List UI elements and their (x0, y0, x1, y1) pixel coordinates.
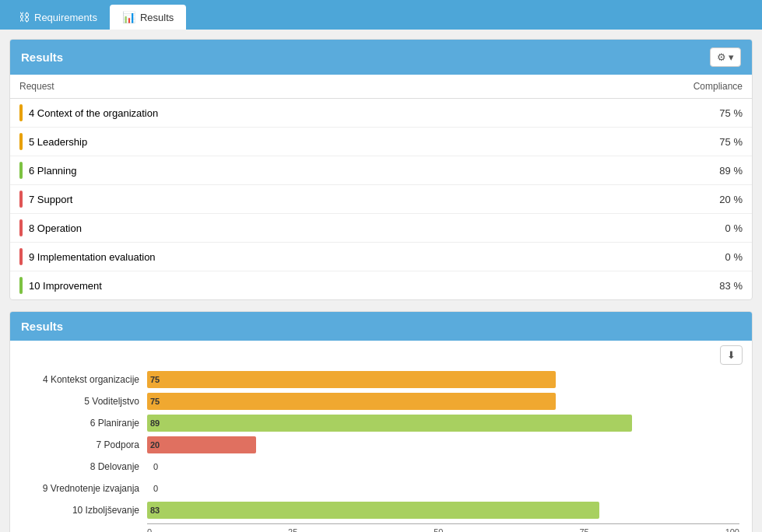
chart-bar-row: 9 Vrednotenje izvajanja 0 (23, 480, 739, 497)
row-label-cell: 9 Implementation evaluation (10, 243, 528, 271)
bottom-results-card: Results ⬇ 4 Kontekst organizacije 75 5 V… (9, 311, 753, 532)
chart-bar-label: 6 Planiranje (23, 418, 147, 429)
bar-zero: 0 (147, 480, 739, 497)
bar-fill (147, 480, 150, 497)
row-label-text: 5 Leadership (29, 136, 87, 148)
chart-bar-label: 9 Vrednotenje izvajanja (23, 483, 147, 494)
row-compliance-value: 20 % (528, 185, 752, 214)
results-icon: 📊 (122, 11, 135, 23)
row-label-cell: 4 Context of the organization (10, 99, 528, 128)
chart-bar-area: 75 (147, 371, 739, 388)
row-label-text: 4 Context of the organization (29, 107, 158, 119)
tab-requirements-label: Requirements (34, 12, 97, 23)
bar-fill: 75 (147, 393, 556, 410)
main-content: Results ⚙ ▾ Request Compliance 4 Co (0, 30, 762, 532)
download-icon: ⬇ (727, 349, 736, 361)
bar-fill (147, 458, 150, 475)
row-color-indicator (19, 162, 23, 179)
bottom-card-header: Results (10, 312, 752, 341)
row-compliance-value: 75 % (528, 128, 752, 156)
table-row[interactable]: 6 Planning 89 % (10, 156, 752, 185)
settings-button[interactable]: ⚙ ▾ (710, 47, 741, 67)
row-label-text: 7 Support (29, 194, 72, 205)
row-compliance-value: 0 % (528, 214, 752, 243)
bottom-card-title: Results (21, 320, 63, 333)
chart-bar-area: 83 (147, 502, 739, 519)
chart-bar-row: 8 Delovanje 0 (23, 458, 739, 475)
top-card-header: Results ⚙ ▾ (10, 40, 752, 75)
row-label-cell: 8 Operation (10, 214, 528, 243)
chart-bar-row: 6 Planiranje 89 (23, 415, 739, 432)
tabs-bar: ⛓ Requirements 📊 Results (0, 0, 762, 30)
row-color-indicator (19, 219, 23, 236)
table-row[interactable]: 9 Implementation evaluation 0 % (10, 243, 752, 271)
row-label-text: 6 Planning (29, 165, 76, 177)
row-color-indicator (19, 104, 23, 121)
bar-fill: 83 (147, 502, 599, 519)
top-card-title: Results (21, 51, 63, 64)
bar-value-label: 20 (150, 440, 160, 450)
bar-value-label: 0 (153, 462, 158, 471)
bar-value-label: 0 (153, 484, 158, 493)
row-color-indicator (19, 133, 23, 150)
chart-bar-area: 0 (147, 480, 739, 497)
chart-bar-row: 4 Kontekst organizacije 75 (23, 371, 739, 388)
row-compliance-value: 89 % (528, 156, 752, 185)
row-label-cell: 6 Planning (10, 156, 528, 185)
tab-results[interactable]: 📊 Results (110, 5, 186, 30)
row-compliance-value: 0 % (528, 243, 752, 271)
bar-value-label: 75 (150, 375, 160, 384)
table-row[interactable]: 5 Leadership 75 % (10, 128, 752, 156)
bar-fill: 89 (147, 415, 632, 432)
row-label-cell: 10 Improvement (10, 271, 528, 300)
chart-bar-label: 8 Delovanje (23, 461, 147, 472)
tab-results-label: Results (140, 12, 174, 23)
chart-bar-area: 20 (147, 436, 739, 453)
top-results-card: Results ⚙ ▾ Request Compliance 4 Co (9, 39, 753, 300)
row-color-indicator (19, 191, 23, 208)
row-compliance-value: 83 % (528, 271, 752, 300)
chart-container: 4 Kontekst organizacije 75 5 Voditeljstv… (10, 365, 752, 532)
chart-bar-row: 10 Izboljševanje 83 (23, 502, 739, 519)
chart-bar-area: 75 (147, 393, 739, 410)
dropdown-arrow-icon: ▾ (729, 51, 734, 63)
row-label-cell: 5 Leadership (10, 128, 528, 156)
axis-label-25: 25 (288, 527, 297, 532)
chart-download-row: ⬇ (10, 341, 752, 365)
download-button[interactable]: ⬇ (720, 345, 743, 365)
table-row[interactable]: 4 Context of the organization 75 % (10, 99, 752, 128)
axis-label-75: 75 (579, 527, 588, 532)
table-row[interactable]: 7 Support 20 % (10, 185, 752, 214)
axis-label-0: 0 (147, 527, 152, 532)
row-color-indicator (19, 277, 23, 294)
chart-bar-label: 7 Podpora (23, 439, 147, 450)
card-toolbar: ⚙ ▾ (710, 47, 741, 67)
bar-value-label: 83 (150, 506, 160, 515)
chart-axis: 0 25 50 75 100 (147, 523, 739, 532)
chart-bar-area: 89 (147, 415, 739, 432)
chart-bar-row: 5 Voditeljstvo 75 (23, 393, 739, 410)
table-row[interactable]: 8 Operation 0 % (10, 214, 752, 243)
row-label-cell: 7 Support (10, 185, 528, 214)
bar-zero: 0 (147, 458, 739, 475)
chart-bar-label: 5 Voditeljstvo (23, 396, 147, 407)
gear-icon: ⚙ (717, 51, 726, 63)
bar-fill: 75 (147, 371, 556, 388)
axis-label-100: 100 (725, 527, 739, 532)
row-compliance-value: 75 % (528, 99, 752, 128)
axis-label-50: 50 (434, 527, 443, 532)
bar-value-label: 75 (150, 397, 160, 406)
chart-bars: 4 Kontekst organizacije 75 5 Voditeljstv… (23, 371, 739, 519)
bar-value-label: 89 (150, 418, 160, 428)
table-row[interactable]: 10 Improvement 83 % (10, 271, 752, 300)
row-label-text: 8 Operation (29, 222, 82, 234)
chart-bar-label: 10 Izboljševanje (23, 505, 147, 516)
col-request: Request (10, 75, 528, 99)
row-label-text: 9 Implementation evaluation (29, 251, 156, 263)
tab-requirements[interactable]: ⛓ Requirements (6, 5, 110, 30)
row-color-indicator (19, 248, 23, 265)
chart-bar-row: 7 Podpora 20 (23, 436, 739, 453)
col-compliance: Compliance (528, 75, 752, 99)
bar-fill: 20 (147, 436, 256, 453)
results-table: Request Compliance 4 Context of the orga… (10, 75, 752, 299)
